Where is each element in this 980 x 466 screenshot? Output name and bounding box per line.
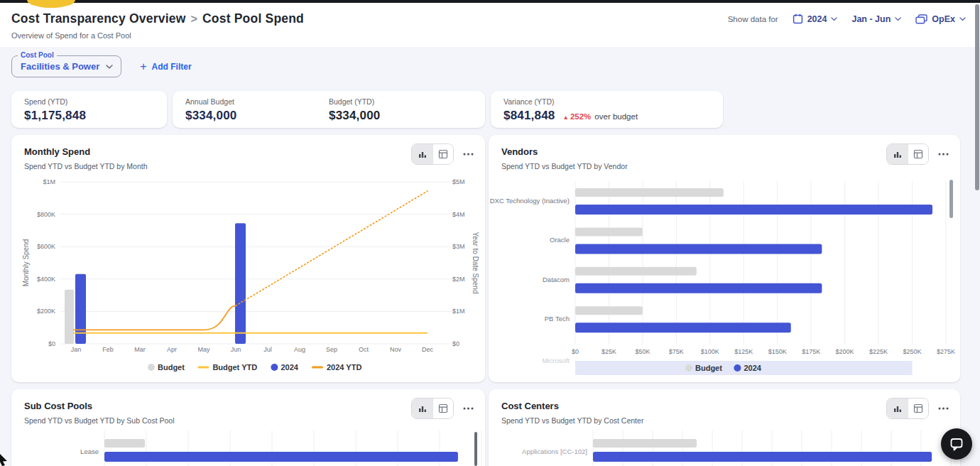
chart-view-button[interactable] (412, 399, 432, 418)
breadcrumb-root[interactable]: Cost Transparency Overview (11, 11, 185, 26)
top-edge-bar (0, 0, 980, 3)
chart-view-button[interactable] (887, 144, 908, 164)
kpi-spend-ytd: Spend (YTD) $1,175,848 (11, 91, 167, 128)
header-controls: Show data for 2024 Jan - Jun OpEx (728, 13, 966, 24)
variance-delta-suffix: over budget (594, 112, 638, 121)
year-value: 2024 (807, 14, 827, 24)
svg-text:$5M: $5M (452, 178, 465, 185)
view-switcher (886, 143, 929, 165)
up-triangle-icon: ▲ (563, 114, 569, 121)
vendors-chart[interactable]: $0$25K$50K$75K$100K$125K$150K$175K$200K$… (489, 174, 960, 380)
table-view-button[interactable] (908, 144, 928, 164)
svg-text:Year to Date Spend: Year to Date Spend (472, 232, 479, 294)
svg-text:$125K: $125K (734, 348, 753, 355)
sub-cost-pools-card: Sub Cost Pools Spend YTD vs Budget YTD b… (11, 389, 485, 466)
svg-text:$1M: $1M (43, 178, 55, 185)
page-scrollbar[interactable] (975, 4, 979, 190)
more-options-button[interactable] (937, 150, 950, 158)
svg-text:Monthly Spend: Monthly Spend (22, 239, 30, 287)
chevron-down-icon (106, 65, 113, 69)
sub-cost-pools-chart-scrollbar[interactable] (474, 432, 477, 466)
chart-toolbar (886, 398, 950, 419)
page-subtitle: Overview of Spend for a Cost Pool (0, 26, 980, 40)
add-filter-button[interactable]: + Add Filter (136, 61, 195, 72)
cost-pool-filter[interactable]: Cost Pool Facilities & Power (11, 55, 121, 77)
svg-text:Lease: Lease (80, 448, 99, 455)
table-icon (913, 403, 923, 413)
kpi-value: $334,000 (185, 109, 303, 123)
page-title: Cost Transparency Overview>Cost Pool Spe… (11, 11, 304, 26)
table-view-button[interactable] (432, 144, 453, 164)
kpi-annual-budget: Annual Budget $334,000 (173, 97, 316, 121)
sub-cost-pools-chart[interactable]: Lease (11, 426, 485, 466)
more-options-button[interactable] (937, 404, 950, 413)
svg-text:Nov: Nov (390, 346, 402, 353)
svg-text:$0: $0 (572, 348, 579, 355)
svg-text:Aug: Aug (294, 346, 305, 353)
breadcrumb-current: Cost Pool Spend (202, 11, 304, 26)
kpi-value: $334,000 (329, 109, 447, 123)
svg-text:$800K: $800K (37, 211, 55, 218)
svg-text:$50K: $50K (635, 348, 650, 355)
svg-text:$100K: $100K (701, 348, 719, 355)
filter-bar: Cost Pool Facilities & Power + Add Filte… (11, 55, 196, 77)
svg-text:Feb: Feb (102, 346, 114, 353)
page-header: Cost Transparency Overview>Cost Pool Spe… (0, 3, 980, 47)
chart-toolbar (411, 143, 475, 165)
month-range-selector[interactable]: Jan - Jun (851, 14, 901, 24)
ellipsis-icon (463, 407, 474, 410)
svg-text:$400K: $400K (37, 276, 55, 283)
ellipsis-icon (938, 407, 949, 410)
mouse-cursor (0, 453, 9, 466)
cost-pool-filter-label: Cost Pool (18, 51, 57, 59)
monthly-spend-chart[interactable]: $0$0$200K$1M$400K$2M$600K$3M$800K$4M$1M$… (11, 174, 485, 380)
svg-text:Budget: Budget (158, 363, 185, 372)
svg-text:Microsoft: Microsoft (542, 357, 570, 364)
svg-text:$175K: $175K (802, 348, 820, 355)
svg-text:Budget: Budget (695, 364, 722, 372)
chart-view-button[interactable] (887, 399, 908, 418)
more-options-button[interactable] (462, 150, 475, 158)
svg-text:$0: $0 (48, 340, 55, 347)
expense-type-selector[interactable]: OpEx (915, 14, 966, 24)
svg-text:2024 YTD: 2024 YTD (327, 363, 361, 372)
chart-toolbar (886, 143, 950, 165)
cost-centers-card: Cost Centers Spend YTD vs Budget YTD by … (489, 389, 960, 466)
svg-text:$75K: $75K (669, 348, 684, 355)
calendar-icon (793, 13, 803, 24)
year-selector[interactable]: 2024 (793, 13, 838, 24)
kpi-label: Annual Budget (185, 97, 303, 106)
svg-text:$150K: $150K (768, 348, 787, 355)
kpi-value: $841,848 (503, 109, 555, 123)
svg-text:$275K: $275K (937, 348, 955, 355)
chart-toolbar (411, 398, 475, 419)
svg-text:$25K: $25K (601, 348, 616, 355)
kpi-label: Variance (YTD) (503, 97, 710, 106)
svg-text:Jan: Jan (71, 346, 82, 353)
bar-chart-icon (893, 150, 903, 159)
chat-bubble-icon (949, 437, 964, 451)
svg-text:Datacom: Datacom (543, 276, 570, 283)
svg-text:$4M: $4M (452, 211, 465, 218)
view-switcher (411, 143, 454, 165)
more-options-button[interactable] (462, 404, 475, 413)
svg-text:$225K: $225K (869, 348, 888, 355)
svg-text:$600K: $600K (37, 243, 55, 250)
svg-text:Apr: Apr (167, 346, 177, 353)
vendors-chart-scrollbar[interactable] (949, 180, 953, 218)
main-content: Cost Pool Facilities & Power + Add Filte… (0, 47, 980, 466)
table-view-button[interactable] (432, 399, 453, 418)
svg-text:$200K: $200K (836, 348, 854, 355)
plus-icon: + (140, 63, 146, 70)
cost-pool-filter-value: Facilities & Power (21, 61, 99, 72)
table-view-button[interactable] (908, 399, 928, 418)
vendors-card: Vendors Spend YTD vs Budget YTD by Vendo… (489, 135, 960, 382)
chart-view-button[interactable] (412, 144, 432, 164)
chevron-down-icon (895, 17, 901, 21)
chat-button[interactable] (941, 428, 972, 460)
bar-chart-icon (418, 150, 428, 159)
table-icon (438, 149, 448, 159)
cost-centers-chart[interactable]: Applications [CC-102] (489, 426, 960, 466)
svg-text:Applications [CC-102]: Applications [CC-102] (522, 448, 587, 455)
bar-chart-icon (418, 404, 428, 413)
